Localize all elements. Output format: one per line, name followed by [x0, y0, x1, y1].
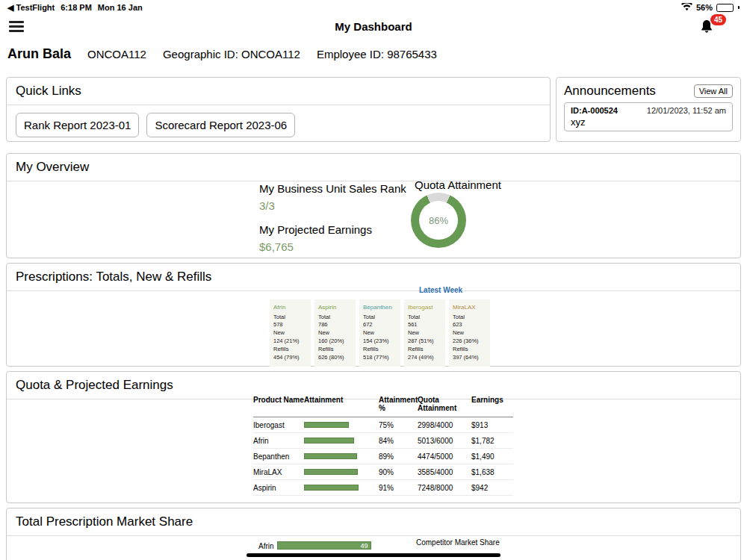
rx-total-label: Total [363, 314, 397, 322]
notification-badge: 45 [710, 14, 726, 25]
cell-product: Aspirin [253, 484, 304, 492]
rx-new-value: 154 (23%) [363, 337, 397, 346]
user-info-row: Arun Bala ONCOA112 Geographic ID: ONCOA1… [7, 46, 437, 62]
attainment-bar [304, 438, 354, 444]
rx-refills-label: Refills [273, 346, 307, 354]
cell-attainment-pct: 84% [379, 437, 418, 445]
cell-quota: 3585/4000 [418, 468, 471, 476]
col-attainment: Attainment [304, 396, 379, 404]
battery-nub [738, 6, 740, 9]
rx-total-label: Total [453, 314, 486, 322]
projected-earnings-value: $6,765 [259, 240, 294, 253]
view-all-button[interactable]: View All [694, 84, 733, 98]
status-date: Mon 16 Jan [98, 3, 143, 12]
cell-attainment-pct: 89% [379, 452, 418, 461]
overview-panel: My Overview My Business Unit Sales Rank … [6, 153, 741, 258]
cell-product: MiraLAX [253, 468, 304, 476]
back-to-app-link[interactable]: ◀ TestFlight [7, 3, 55, 13]
attainment-bar [304, 485, 359, 491]
table-header-row: Product Name Attainment Attainment % Quo… [253, 396, 513, 417]
user-code: ONCOA112 [87, 48, 146, 60]
cell-earnings: $1,638 [471, 468, 509, 476]
prescription-cards: Afrin Total 578 New 124 (21%) Refills 45… [270, 299, 490, 367]
cell-attainment-pct: 91% [379, 484, 418, 492]
rx-total-value: 578 [273, 321, 307, 329]
cell-product: Bepanthen [253, 452, 304, 461]
rx-new-value: 124 (21%) [273, 337, 307, 346]
rx-total-value: 786 [318, 321, 352, 329]
rx-product-name: Afrin [273, 303, 307, 312]
table-row: MiraLAX 90% 3585/4000 $1,638 [253, 464, 513, 480]
app-header: My Dashboard 45 [0, 15, 747, 42]
col-quota-attainment: Quota Attainment [418, 396, 459, 412]
rx-refills-value: 274 (49%) [408, 354, 441, 362]
cell-earnings: $913 [471, 421, 509, 429]
attainment-bar [304, 453, 357, 459]
announcements-panel: Announcements View All ID:A-000524 12/01… [556, 77, 741, 142]
battery-icon [716, 4, 734, 12]
rx-new-label: New [363, 329, 397, 337]
rx-new-value: 160 (20%) [318, 337, 352, 346]
prescriptions-title: Prescriptions: Totals, New & Refills [7, 264, 740, 291]
table-row: Iberogast 75% 2998/4000 $913 [253, 417, 513, 433]
rx-card-miralax[interactable]: MiraLAX Total 623 New 226 (36%) Refills … [449, 299, 490, 367]
rx-refills-label: Refills [363, 346, 397, 354]
overview-title: My Overview [7, 154, 740, 181]
quota-attainment-label: Quota Attainment [415, 178, 501, 191]
rx-card-afrin[interactable]: Afrin Total 578 New 124 (21%) Refills 45… [270, 299, 311, 367]
quick-links-panel: Quick Links Rank Report 2023-01 Scorecar… [6, 77, 551, 142]
battery-percent: 56% [696, 3, 713, 12]
rx-product-name: Iberogast [408, 303, 441, 312]
col-product-name: Product Name [253, 396, 304, 404]
cell-earnings: $1,490 [471, 452, 509, 461]
rx-new-label: New [273, 329, 307, 337]
rx-new-value: 226 (36%) [453, 337, 486, 346]
table-row: Bepanthen 89% 4474/5000 $1,490 [253, 449, 513, 464]
announcement-item[interactable]: ID:A-000524 12/01/2023, 11:52 am xyz [564, 102, 733, 131]
rx-refills-label: Refills [408, 346, 441, 354]
announcement-id: ID:A-000524 [571, 106, 618, 115]
announcements-title: Announcements [564, 84, 656, 99]
sales-rank-value: 3/3 [259, 199, 275, 212]
rx-total-label: Total [273, 314, 307, 322]
rx-refills-label: Refills [318, 346, 352, 354]
rx-new-label: New [408, 329, 441, 337]
scorecard-report-button[interactable]: Scorecard Report 2023-06 [146, 113, 295, 137]
rx-card-bepanthen[interactable]: Bepanthen Total 672 New 154 (23%) Refill… [359, 299, 400, 367]
announcement-timestamp: 12/01/2023, 11:52 am [647, 106, 726, 115]
market-share-bar: 49 [277, 541, 371, 550]
market-share-bar-value: 49 [360, 542, 368, 550]
cell-quota: 4474/5000 [418, 452, 471, 461]
home-indicator[interactable] [247, 553, 500, 557]
status-time: 6:18 PM [61, 3, 92, 12]
quick-links-title: Quick Links [7, 78, 550, 105]
rx-new-value: 287 (51%) [408, 337, 441, 346]
announcement-text: xyz [571, 115, 726, 128]
rx-refills-value: 626 (80%) [318, 354, 352, 362]
rx-total-value: 623 [453, 321, 486, 329]
col-attainment-pct: Attainment % [379, 396, 418, 412]
rx-product-name: Aspirin [318, 303, 352, 312]
attainment-bar [304, 422, 349, 428]
rank-report-button[interactable]: Rank Report 2023-01 [16, 113, 139, 137]
cell-attainment-pct: 90% [379, 468, 418, 476]
quota-donut: 86% [411, 193, 466, 248]
notifications-button[interactable]: 45 [698, 18, 717, 37]
rx-card-iberogast[interactable]: Iberogast Total 561 New 287 (51%) Refill… [404, 299, 445, 367]
rx-product-name: MiraLAX [453, 303, 486, 312]
quota-earnings-table: Product Name Attainment Attainment % Quo… [253, 396, 513, 496]
rx-card-aspirin[interactable]: Aspirin Total 786 New 160 (20%) Refills … [314, 299, 356, 367]
projected-earnings-label: My Projected Earnings [259, 223, 372, 236]
rx-refills-value: 397 (64%) [453, 354, 486, 362]
bell-icon [698, 25, 716, 38]
rx-new-label: New [453, 329, 486, 337]
latest-week-link[interactable]: Latest Week [419, 286, 462, 294]
rx-product-name: Bepanthen [363, 303, 397, 312]
market-share-product-label: Afrin [258, 542, 274, 550]
geographic-id: Geographic ID: ONCOA112 [163, 48, 300, 60]
prescriptions-panel: Prescriptions: Totals, New & Refills Lat… [6, 263, 741, 367]
col-earnings: Earnings [471, 396, 509, 404]
attainment-bar [304, 469, 358, 475]
sales-rank-label: My Business Unit Sales Rank [259, 182, 406, 195]
page-title: My Dashboard [0, 20, 747, 33]
